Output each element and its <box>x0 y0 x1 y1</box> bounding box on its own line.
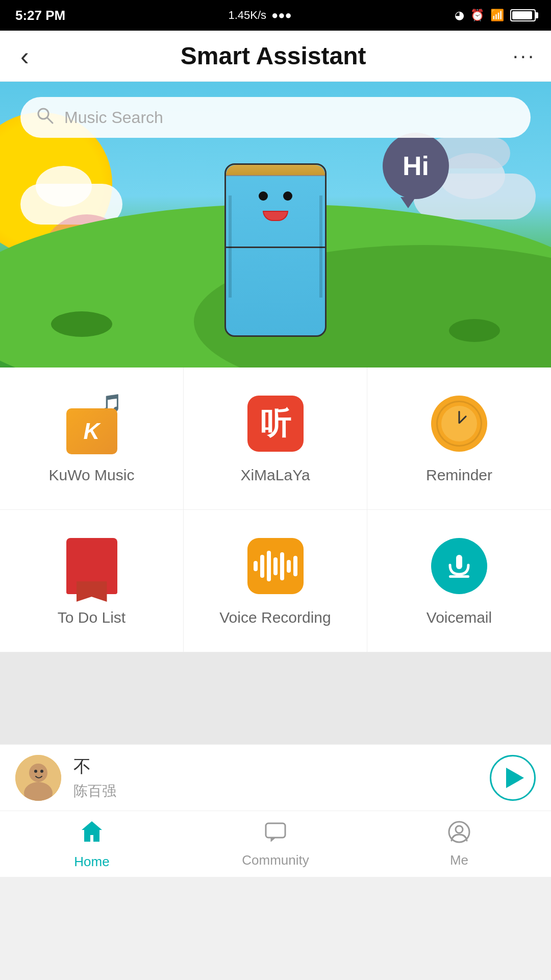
svg-rect-3 <box>449 575 469 578</box>
svg-line-1 <box>47 118 53 123</box>
nav-item-home[interactable]: Home <box>0 819 184 870</box>
hi-text: Hi <box>403 151 429 181</box>
search-placeholder: Music Search <box>64 108 163 127</box>
more-options-button[interactable]: ··· <box>513 44 536 67</box>
voice-recording-label: Voice Recording <box>219 609 331 626</box>
svg-point-5 <box>29 764 47 782</box>
app-grid: 🎵 K KuWo Music 听 XiMaLaYa <box>0 368 551 652</box>
grid-item-kuwo-music[interactable]: 🎵 K KuWo Music <box>0 368 184 510</box>
grid-item-voice-recording[interactable]: Voice Recording <box>184 510 367 652</box>
home-label: Home <box>74 854 109 870</box>
todo-icon <box>66 538 117 594</box>
svg-marker-9 <box>82 821 102 842</box>
song-artist: 陈百强 <box>73 781 478 801</box>
page-title: Smart Assistant <box>181 42 366 70</box>
robot-character <box>224 163 327 337</box>
grid-item-todo[interactable]: To Do List <box>0 510 184 652</box>
voicemail-icon-container <box>429 535 490 597</box>
bluetooth-icon: ◕ <box>455 9 464 22</box>
battery-icon <box>510 9 536 21</box>
voice-recording-icon-container <box>245 535 306 597</box>
hi-bubble: Hi <box>383 133 449 199</box>
song-title: 不 <box>73 755 478 778</box>
svg-point-12 <box>456 826 463 833</box>
search-icon <box>36 106 54 129</box>
todo-icon-container <box>61 535 122 597</box>
app-header: ‹ Smart Assistant ··· <box>0 31 551 82</box>
gray-spacer <box>0 652 551 744</box>
back-button[interactable]: ‹ <box>15 36 34 76</box>
play-button[interactable] <box>490 755 536 801</box>
ximalaya-icon-container: 听 <box>245 393 306 454</box>
play-triangle-icon <box>506 768 524 788</box>
kuwo-music-icon: 🎵 K <box>61 393 122 454</box>
reminder-icon-container <box>429 393 490 454</box>
status-bar: 5:27 PM 1.45K/s ●●● ◕ ⏰ 📶 <box>0 0 551 31</box>
grid-item-voicemail[interactable]: Voicemail <box>367 510 551 652</box>
status-time: 5:27 PM <box>15 8 65 23</box>
search-container[interactable]: Music Search <box>20 97 531 138</box>
song-info: 不 陈百强 <box>73 755 478 801</box>
todo-label: To Do List <box>58 609 126 626</box>
status-right: ◕ ⏰ 📶 <box>455 9 536 22</box>
bottom-navigation: Home Community Me <box>0 811 551 877</box>
voicemail-label: Voicemail <box>427 609 492 626</box>
wifi-icon: 📶 <box>490 9 504 22</box>
voice-recording-icon <box>247 538 304 594</box>
community-icon <box>264 820 287 848</box>
now-playing-bar: 不 陈百强 <box>0 744 551 811</box>
search-bar[interactable]: Music Search <box>20 97 531 138</box>
hill-dark-3 <box>449 319 500 342</box>
svg-rect-10 <box>266 823 285 838</box>
nav-item-community[interactable]: Community <box>184 820 367 868</box>
ximalaya-icon: 听 <box>247 396 304 452</box>
hero-banner: Hi Music Search <box>0 82 551 368</box>
grid-item-reminder[interactable]: Reminder <box>367 368 551 510</box>
home-icon <box>79 819 105 850</box>
signal-icon: ●●● <box>271 9 292 22</box>
svg-point-8 <box>40 770 43 773</box>
alarm-icon: ⏰ <box>470 9 484 22</box>
hill-dark-1 <box>51 311 112 337</box>
reminder-label: Reminder <box>426 467 492 484</box>
svg-point-7 <box>34 770 37 773</box>
community-label: Community <box>242 852 309 868</box>
voicemail-icon <box>431 538 487 594</box>
ximalaya-label: XiMaLaYa <box>240 467 310 484</box>
network-speed: 1.45K/s <box>228 9 266 22</box>
grid-item-ximalaya[interactable]: 听 XiMaLaYa <box>184 368 367 510</box>
status-center: 1.45K/s ●●● <box>228 9 291 22</box>
svg-rect-2 <box>456 555 462 569</box>
me-label: Me <box>450 852 468 868</box>
reminder-icon <box>431 396 487 452</box>
kuwo-music-label: KuWo Music <box>49 467 135 484</box>
avatar <box>15 755 61 801</box>
nav-item-me[interactable]: Me <box>367 820 551 868</box>
me-icon <box>447 820 471 848</box>
